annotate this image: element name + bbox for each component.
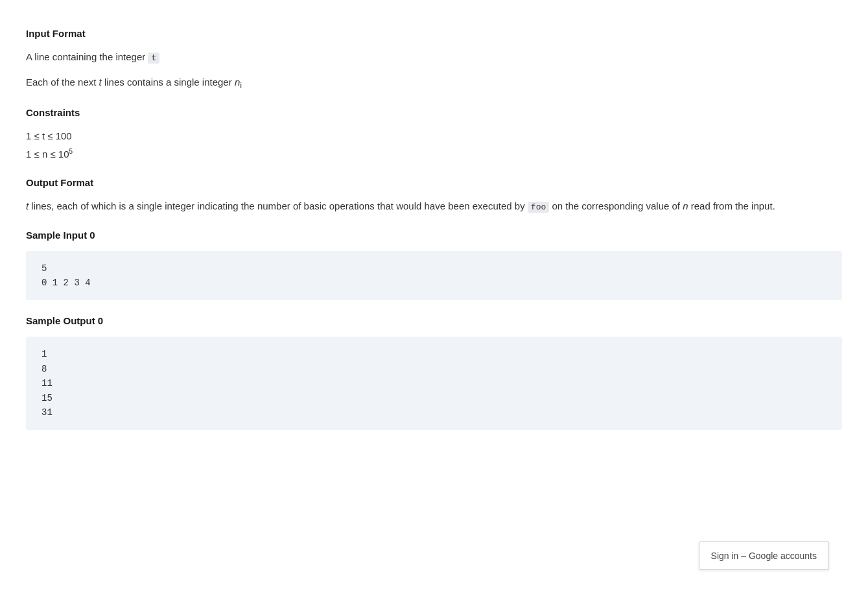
input-line2-prefix: Each of the next — [26, 77, 99, 88]
output-format-heading: Output Format — [26, 175, 842, 191]
input-format-section: Input Format A line containing the integ… — [26, 26, 842, 92]
input-line1-text: A line containing the integer — [26, 51, 148, 62]
sample-input-block: 5 0 1 2 3 4 — [26, 251, 842, 301]
sample-input-section: Sample Input 0 5 0 1 2 3 4 — [26, 228, 842, 301]
constraints-heading: Constraints — [26, 105, 842, 121]
output-text-rest3: read from the input. — [688, 200, 775, 211]
output-text-rest1: lines, each of which is a single integer… — [29, 200, 528, 211]
constraint-line2-prefix: 1 ≤ n ≤ 10 — [26, 149, 69, 160]
sample-output-content: 1 8 11 15 31 — [41, 347, 827, 420]
input-format-line2: Each of the next t lines contains a sing… — [26, 75, 842, 92]
input-line2-italic2: n — [235, 77, 240, 88]
input-format-heading: Input Format — [26, 26, 842, 42]
output-format-text: t lines, each of which is a single integ… — [26, 198, 842, 215]
output-text-italic2: n — [683, 200, 688, 211]
constraint-line2: 1 ≤ n ≤ 105 — [26, 147, 842, 162]
sample-output-section: Sample Output 0 1 8 11 15 31 — [26, 313, 842, 430]
constraints-block: 1 ≤ t ≤ 100 1 ≤ n ≤ 105 — [26, 128, 842, 162]
input-line1-code: t — [148, 53, 159, 64]
sample-output-heading: Sample Output 0 — [26, 313, 842, 329]
constraint-line1: 1 ≤ t ≤ 100 — [26, 128, 842, 144]
input-line2-sub: i — [240, 81, 242, 90]
input-format-line1: A line containing the integer t — [26, 49, 842, 66]
constraint-line2-sup: 5 — [69, 148, 73, 155]
sample-input-content: 5 0 1 2 3 4 — [41, 261, 827, 291]
output-format-section: Output Format t lines, each of which is … — [26, 175, 842, 215]
input-line2-mid: lines contains a single integer — [102, 77, 235, 88]
output-text-rest2: on the corresponding value of — [549, 200, 683, 211]
constraints-section: Constraints 1 ≤ t ≤ 100 1 ≤ n ≤ 105 — [26, 105, 842, 162]
output-text-code: foo — [528, 202, 549, 213]
sample-output-block: 1 8 11 15 31 — [26, 337, 842, 430]
sample-input-heading: Sample Input 0 — [26, 228, 842, 243]
